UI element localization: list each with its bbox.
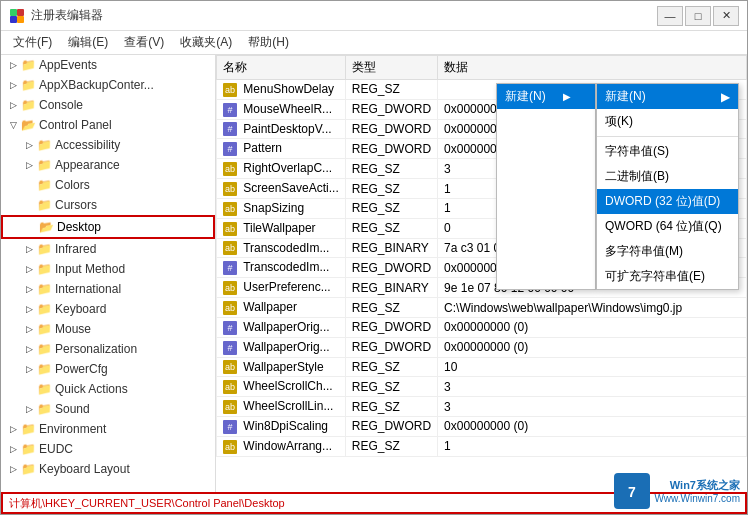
col-header-data[interactable]: 数据 — [438, 56, 747, 80]
toggle-inputmethod[interactable]: ▷ — [21, 261, 37, 277]
toggle-accessibility[interactable]: ▷ — [21, 137, 37, 153]
table-cell-name: ab TranscodedIm... — [217, 238, 346, 258]
table-cell-name: ab WheelScrollLin... — [217, 397, 346, 417]
table-row[interactable]: # WallpaperOrig... REG_DWORD 0x00000000 … — [217, 317, 747, 337]
sidebar-label-cursors: Cursors — [55, 198, 215, 212]
sidebar-item-environment[interactable]: ▷ 📁 Environment — [1, 419, 215, 439]
sidebar-item-mouse[interactable]: ▷ 📁 Mouse — [1, 319, 215, 339]
table-row[interactable]: ab WindowArrang... REG_SZ 1 — [217, 436, 747, 456]
toggle-controlpanel[interactable]: ▽ — [5, 117, 21, 133]
toggle-personalization[interactable]: ▷ — [21, 341, 37, 357]
table-cell-type: REG_DWORD — [345, 139, 437, 159]
sidebar-label-desktop: Desktop — [57, 220, 213, 234]
reg-type-icon: ab — [223, 162, 237, 176]
toggle-console[interactable]: ▷ — [5, 97, 21, 113]
sidebar-item-desktop[interactable]: 📂 Desktop — [1, 215, 215, 239]
menu-view[interactable]: 查看(V) — [116, 32, 172, 53]
sidebar-item-appearance[interactable]: ▷ 📁 Appearance — [1, 155, 215, 175]
table-row[interactable]: ab SnapSizing REG_SZ 1 — [217, 198, 747, 218]
toggle-appxbackup[interactable]: ▷ — [5, 77, 21, 93]
reg-name: MenuShowDelay — [243, 82, 334, 96]
toggle-eudc[interactable]: ▷ — [5, 441, 21, 457]
sidebar-item-infrared[interactable]: ▷ 📁 Infrared — [1, 239, 215, 259]
toggle-international[interactable]: ▷ — [21, 281, 37, 297]
sidebar: ▷ 📁 AppEvents ▷ 📁 AppXBackupConter... ▷ … — [1, 55, 216, 492]
folder-icon: 📁 — [37, 402, 53, 416]
table-row[interactable]: # PaintDesktopV... REG_DWORD 0x00000000 — [217, 119, 747, 139]
toggle-powercfg[interactable]: ▷ — [21, 361, 37, 377]
table-row[interactable]: ab ScreenSaveActi... REG_SZ 1 — [217, 179, 747, 199]
sidebar-item-personalization[interactable]: ▷ 📁 Personalization — [1, 339, 215, 359]
toggle-mouse[interactable]: ▷ — [21, 321, 37, 337]
sidebar-item-international[interactable]: ▷ 📁 International — [1, 279, 215, 299]
table-row[interactable]: ab MenuShowDelay REG_SZ — [217, 80, 747, 100]
right-panel: 名称 类型 数据 ab MenuShowDelay REG_SZ # Mouse… — [216, 55, 747, 492]
close-button[interactable]: ✕ — [713, 6, 739, 26]
sidebar-item-controlpanel[interactable]: ▽ 📂 Control Panel — [1, 115, 215, 135]
menu-favorites[interactable]: 收藏夹(A) — [172, 32, 240, 53]
toggle-keyboardlayout[interactable]: ▷ — [5, 461, 21, 477]
table-cell-data: 0x00000000 (0) — [438, 337, 747, 357]
toggle-appearance[interactable]: ▷ — [21, 157, 37, 173]
sidebar-item-keyboardlayout[interactable]: ▷ 📁 Keyboard Layout — [1, 459, 215, 479]
menu-edit[interactable]: 编辑(E) — [60, 32, 116, 53]
sidebar-item-appxbackup[interactable]: ▷ 📁 AppXBackupConter... — [1, 75, 215, 95]
sidebar-item-sound[interactable]: ▷ 📁 Sound — [1, 399, 215, 419]
toggle-keyboard[interactable]: ▷ — [21, 301, 37, 317]
menu-file[interactable]: 文件(F) — [5, 32, 60, 53]
table-row[interactable]: ab WheelScrollCh... REG_SZ 3 — [217, 377, 747, 397]
sidebar-item-console[interactable]: ▷ 📁 Console — [1, 95, 215, 115]
table-row[interactable]: # Win8DpiScaling REG_DWORD 0x00000000 (0… — [217, 417, 747, 437]
sidebar-item-keyboard[interactable]: ▷ 📁 Keyboard — [1, 299, 215, 319]
toggle-cursors[interactable] — [21, 197, 37, 213]
reg-name: TileWallpaper — [243, 221, 315, 235]
table-row[interactable]: # Pattern REG_DWORD 0x00000000 — [217, 139, 747, 159]
col-header-type[interactable]: 类型 — [345, 56, 437, 80]
table-row[interactable]: # WallpaperOrig... REG_DWORD 0x00000000 … — [217, 337, 747, 357]
toggle-desktop[interactable] — [23, 219, 39, 235]
maximize-button[interactable]: □ — [685, 6, 711, 26]
sidebar-item-appevents[interactable]: ▷ 📁 AppEvents — [1, 55, 215, 75]
sidebar-item-inputmethod[interactable]: ▷ 📁 Input Method — [1, 259, 215, 279]
sidebar-item-accessibility[interactable]: ▷ 📁 Accessibility — [1, 135, 215, 155]
folder-icon: 📁 — [37, 382, 53, 396]
col-header-name[interactable]: 名称 — [217, 56, 346, 80]
table-row[interactable]: ab TileWallpaper REG_SZ 0 — [217, 218, 747, 238]
minimize-button[interactable]: — — [657, 6, 683, 26]
menu-help[interactable]: 帮助(H) — [240, 32, 297, 53]
toggle-sound[interactable]: ▷ — [21, 401, 37, 417]
table-row[interactable]: ab UserPreferenc... REG_BINARY 9e 1e 07 … — [217, 278, 747, 298]
table-cell-name: # TranscodedIm... — [217, 258, 346, 278]
sidebar-item-eudc[interactable]: ▷ 📁 EUDC — [1, 439, 215, 459]
status-text: 计算机\HKEY_CURRENT_USER\Control Panel\Desk… — [9, 496, 285, 511]
menu-bar: 文件(F) 编辑(E) 查看(V) 收藏夹(A) 帮助(H) — [1, 31, 747, 55]
sidebar-item-cursors[interactable]: 📁 Cursors — [1, 195, 215, 215]
table-row[interactable]: ab Wallpaper REG_SZ C:\Windows\web\wallp… — [217, 298, 747, 318]
sidebar-item-quickactions[interactable]: 📁 Quick Actions — [1, 379, 215, 399]
sidebar-label-appevents: AppEvents — [39, 58, 215, 72]
table-row[interactable]: # TranscodedIm... REG_DWORD 0x00000000 (… — [217, 258, 747, 278]
reg-type-icon: ab — [223, 440, 237, 454]
reg-type-icon: ab — [223, 83, 237, 97]
sidebar-label-keyboardlayout: Keyboard Layout — [39, 462, 215, 476]
toggle-environment[interactable]: ▷ — [5, 421, 21, 437]
table-row[interactable]: # MouseWheelR... REG_DWORD 0x00000002 — [217, 99, 747, 119]
table-row[interactable]: ab RightOverlapC... REG_SZ 3 — [217, 159, 747, 179]
toggle-appevents[interactable]: ▷ — [5, 57, 21, 73]
sidebar-item-colors[interactable]: 📁 Colors — [1, 175, 215, 195]
table-cell-data: 10 — [438, 357, 747, 377]
table-row[interactable]: ab TranscodedIm... REG_BINARY 7a c3 01 0… — [217, 238, 747, 258]
folder-icon: 📂 — [39, 220, 55, 234]
sidebar-label-sound: Sound — [55, 402, 215, 416]
toggle-quickactions[interactable] — [21, 381, 37, 397]
reg-type-icon: ab — [223, 400, 237, 414]
table-row[interactable]: ab WheelScrollLin... REG_SZ 3 — [217, 397, 747, 417]
toggle-colors[interactable] — [21, 177, 37, 193]
reg-name: ScreenSaveActi... — [243, 181, 338, 195]
table-row[interactable]: ab WallpaperStyle REG_SZ 10 — [217, 357, 747, 377]
toggle-infrared[interactable]: ▷ — [21, 241, 37, 257]
table-cell-data: 1 — [438, 436, 747, 456]
reg-name: WallpaperOrig... — [243, 340, 329, 354]
reg-name: TranscodedIm... — [243, 241, 329, 255]
sidebar-item-powercfg[interactable]: ▷ 📁 PowerCfg — [1, 359, 215, 379]
